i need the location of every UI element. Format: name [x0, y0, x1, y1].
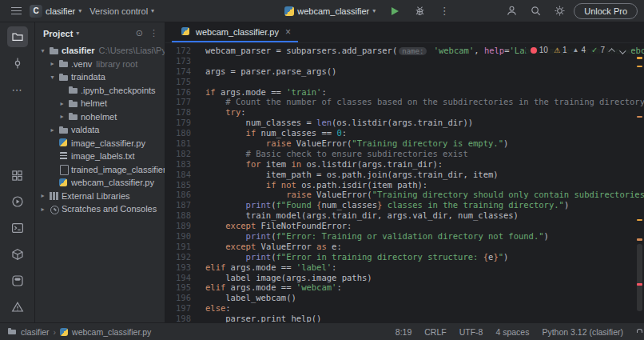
code-line-194[interactable]: 194 label_image(args.image_paths) [165, 273, 644, 283]
code-line-188[interactable]: 188 train_model(args.train_dir, args.val… [165, 210, 644, 221]
tree-item-valdata[interactable]: ▸valdata [35, 123, 165, 137]
code-line-174[interactable]: 174args = parser.parse_args() [165, 66, 644, 77]
python-packages-tool-button[interactable] [7, 244, 28, 265]
tree-item-Scratches and Consoles[interactable]: ▸Scratches and Consoles [35, 202, 165, 216]
search-everywhere-button[interactable] [526, 2, 545, 21]
warning-count-group[interactable]: ⚠ 1 [554, 46, 567, 54]
breadcrumb-file[interactable]: webcam_classifier.py [72, 327, 151, 337]
vcs-widget[interactable]: Version control ▾ [85, 2, 158, 20]
code-line-181[interactable]: 181 raise ValueError("Training directory… [165, 138, 644, 149]
code-line-189[interactable]: 189 except FileNotFoundError: [165, 221, 644, 231]
statusbar-indent[interactable]: 4 spaces [495, 327, 529, 337]
chevron-right-icon[interactable]: ▸ [58, 100, 66, 107]
tree-item-webcam_classifier.py[interactable]: webcam_classifier.py [35, 176, 165, 190]
statusbar-caret-position[interactable]: 8:19 [396, 327, 411, 337]
problems-tool-button[interactable] [7, 297, 28, 318]
tree-item-.ipynb_checkpoints[interactable]: .ipynb_checkpoints [35, 84, 165, 98]
chevron-right-icon[interactable]: ▸ [48, 60, 57, 67]
chevron-right-icon[interactable]: ▸ [38, 192, 47, 199]
next-problem-icon[interactable] [619, 47, 626, 54]
statusbar-interpreter[interactable]: Python 3.12 (clasifier) [542, 327, 623, 337]
services-tool-button[interactable] [7, 165, 28, 186]
code-line-177[interactable]: 177 # Count the number of classes based … [165, 97, 644, 107]
code-line-178[interactable]: 178 try: [165, 107, 644, 118]
more-run-options-button[interactable]: ⋮ [435, 2, 454, 21]
code-line-186[interactable]: 186 raise ValueError("Training directory… [165, 190, 644, 200]
chevron-down-icon[interactable]: ▾ [76, 30, 79, 37]
tree-item-clasifier[interactable]: ▾clasifierC:\Users\Liasi\PycharmProjects… [35, 44, 165, 58]
tree-item-trained_image_classifier.h5[interactable]: trained_image_classifier.h5 [35, 163, 165, 177]
chevron-right-icon[interactable]: ▸ [48, 126, 57, 134]
unlock-pro-button[interactable]: Unlock Pro [574, 3, 638, 19]
weak-warning-count-group[interactable]: ▲ 4 [573, 46, 586, 54]
code-line-182[interactable]: 182 # Basic check to ensure subdirectori… [165, 149, 644, 159]
editor-scrollbar[interactable] [635, 43, 644, 322]
line-number: 179 [165, 118, 191, 128]
statusbar-encoding[interactable]: UTF-8 [459, 327, 483, 337]
project-panel-title[interactable]: Project [43, 29, 73, 38]
code-line-193[interactable]: 193elif args.mode == 'label': [165, 262, 644, 273]
weak-warning-count: 4 [581, 46, 586, 54]
stripe-warning-mark[interactable] [637, 238, 642, 241]
tree-item-image_labels.txt[interactable]: image_labels.txt [35, 150, 165, 163]
previous-problem-icon[interactable] [608, 48, 614, 54]
terminal-tool-button[interactable] [7, 218, 28, 238]
python-console-tool-button[interactable] [7, 270, 28, 291]
more-tool-windows-button[interactable]: ⋯ [7, 79, 28, 100]
code-line-192[interactable]: 192 print(f"Error in training directory … [165, 252, 644, 262]
tree-item-image_classifier.py[interactable]: image_classifier.py [35, 137, 165, 150]
stripe-error-mark[interactable] [637, 283, 642, 286]
typo-count-group[interactable]: ✓ 7 [591, 46, 605, 54]
locate-file-icon[interactable]: ⊙ [136, 28, 143, 38]
error-count-group[interactable]: 10 [531, 46, 548, 54]
code-line-191[interactable]: 191 except ValueError as e: [165, 242, 644, 252]
editor-tab-webcam-classifier[interactable]: webcam_classifier.py × [172, 22, 298, 42]
code-line-176[interactable]: 176if args.mode == 'train': [165, 87, 644, 98]
code-line-196[interactable]: 196 label_webcam() [165, 293, 644, 303]
chevron-down-icon[interactable]: ▾ [38, 47, 47, 54]
commit-tool-button[interactable] [7, 53, 28, 74]
code-line-198[interactable]: 198 parser.print_help() [165, 314, 644, 322]
code-line-197[interactable]: 197else: [165, 303, 644, 314]
stripe-warning-mark[interactable] [637, 66, 642, 68]
project-widget[interactable]: C clasifier ▾ [26, 2, 85, 20]
tree-item-.venv[interactable]: ▸.venvlibrary root [35, 58, 165, 71]
run-button[interactable] [385, 2, 404, 21]
code-line-179[interactable]: 179 num_classes = len(os.listdir(args.tr… [165, 118, 644, 128]
code-line-184[interactable]: 184 item_path = os.path.join(args.train_… [165, 170, 644, 180]
close-tab-icon[interactable]: × [285, 26, 291, 38]
code-line-185[interactable]: 185 if not os.path.isdir(item_path): [165, 180, 644, 190]
code-with-me-button[interactable] [502, 2, 521, 21]
code-line-187[interactable]: 187 print(f"Found {num_classes} classes … [165, 200, 644, 210]
scrollbar-thumb[interactable] [637, 244, 642, 311]
tree-item-helmet[interactable]: ▸helmet [35, 97, 165, 110]
main-menu-button[interactable] [6, 2, 26, 20]
run-configuration-selector[interactable]: webcam_classifier ▾ [280, 2, 380, 20]
settings-button[interactable] [550, 2, 569, 21]
code-line-195[interactable]: 195elif args.mode == 'webcam': [165, 282, 644, 293]
chevron-right-icon[interactable]: ▸ [58, 113, 66, 120]
code-line-175[interactable]: 175 [165, 77, 644, 87]
code-line-183[interactable]: 183 for item in os.listdir(args.train_di… [165, 159, 644, 170]
stripe-warning-mark[interactable] [637, 116, 642, 118]
inspections-widget[interactable]: 10 ⚠ 1 ▲ 4 ✓ 7 [525, 44, 631, 56]
project-tool-button[interactable] [7, 26, 28, 47]
code-line-180[interactable]: 180 if num_classes == 0: [165, 128, 644, 138]
chevron-down-icon[interactable]: ▾ [48, 74, 57, 81]
line-number: 198 [165, 314, 191, 322]
run-tool-button[interactable] [7, 191, 28, 212]
code-line-173[interactable]: 173 [165, 56, 644, 66]
breadcrumb-project[interactable]: clasifier [21, 327, 50, 337]
tree-item-traindata[interactable]: ▾traindata [35, 70, 165, 84]
stripe-warning-mark[interactable] [637, 57, 642, 59]
panel-options-icon[interactable]: ⋮ [149, 28, 158, 38]
tree-item-External Libraries[interactable]: ▸External Libraries [35, 190, 165, 203]
tree-item-nohelmet[interactable]: ▸nohelmet [35, 110, 165, 124]
statusbar-line-separator[interactable]: CRLF [424, 327, 446, 337]
debug-button[interactable] [410, 2, 429, 21]
code-line-190[interactable]: 190 print(f"Error: Training or validatio… [165, 231, 644, 242]
stripe-warning-mark[interactable] [637, 219, 642, 222]
error-icon [531, 47, 537, 54]
code-editor[interactable]: 172webcam_parser = subparsers.add_parser… [165, 43, 644, 322]
chevron-right-icon[interactable]: ▸ [38, 206, 47, 213]
